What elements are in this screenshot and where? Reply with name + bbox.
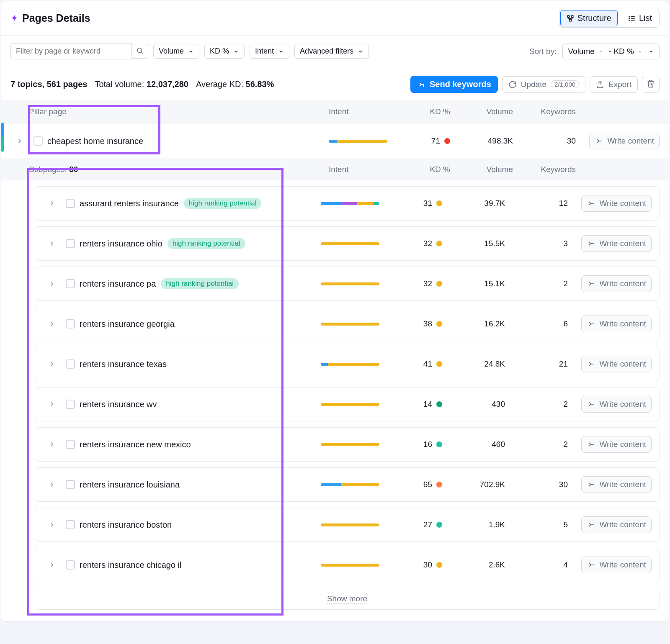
chevron-right-icon[interactable] [48,561,56,569]
arrow-forward-icon [587,400,595,408]
subpage-card: assurant renters insurance high ranking … [35,186,660,221]
col-kd: KD % [396,165,450,174]
row-checkbox[interactable] [66,480,75,489]
chevron-right-icon[interactable] [16,137,23,145]
chevron-right-icon[interactable] [48,441,56,448]
row-checkbox[interactable] [66,400,75,409]
volume-cell: 24.8K [442,359,505,369]
write-content-button[interactable]: Write content [581,195,652,212]
write-content-button[interactable]: Write content [581,436,652,453]
arrow-forward-icon [417,80,425,89]
table-row: renters insurance new mexico 16 460 2 Wr… [35,428,659,461]
show-more-label: Show more [327,594,367,603]
col-keywords: Keywords [513,107,576,116]
volume-filter-label: Volume [159,47,184,56]
structure-view-button[interactable]: Structure [560,10,618,26]
chevron-right-icon[interactable] [48,200,56,207]
pillar-title[interactable]: cheapest home insurance [47,136,329,146]
row-checkbox[interactable] [66,440,75,449]
write-content-label: Write content [599,319,646,328]
write-content-button[interactable]: Write content [581,476,652,493]
trash-icon [647,80,655,88]
write-content-button[interactable]: Write content [581,235,652,252]
chevron-right-icon[interactable] [48,280,56,287]
row-checkbox[interactable] [66,520,75,529]
kd-dot [436,281,442,287]
kd-dot [444,138,450,144]
write-content-button[interactable]: Write content [581,356,652,372]
keywords-cell: 2 [505,279,568,288]
intent-filter[interactable]: Intent [250,44,289,59]
subpage-title[interactable]: renters insurance ohio high ranking pote… [80,238,321,249]
kd-dot [436,401,442,407]
row-checkbox[interactable] [66,199,75,208]
send-keywords-label: Send keywords [430,80,491,89]
subpage-title[interactable]: assurant renters insurance high ranking … [80,198,321,209]
subpage-title[interactable]: renters insurance new mexico [80,440,321,449]
write-content-label: Write content [599,440,646,449]
column-header-row: Pillar page Intent KD % Volume Keywords [1,100,669,123]
subpage-card: renters insurance ohio high ranking pote… [35,226,660,261]
subpage-card: renters insurance texas 41 24.8K 21 Writ… [35,347,660,381]
svg-point-3 [629,16,630,17]
subpage-title[interactable]: renters insurance louisiana [80,480,321,490]
chevron-down-icon [358,49,363,54]
volume-cell: 1.9K [442,520,505,529]
chevron-right-icon[interactable] [48,521,56,529]
keywords-cell: 5 [505,520,568,529]
table-row: assurant renters insurance high ranking … [35,187,659,220]
write-content-button[interactable]: Write content [581,316,652,332]
arrow-forward-icon [587,280,595,288]
volume-filter[interactable]: Volume [153,44,199,59]
chevron-right-icon[interactable] [48,240,56,247]
chevron-right-icon[interactable] [48,481,56,488]
list-view-button[interactable]: List [622,10,658,26]
subpage-title[interactable]: renters insurance chicago il [80,560,321,570]
write-content-button[interactable]: Write content [589,133,660,149]
update-button[interactable]: Update 2/1,000 [502,76,585,93]
chevron-right-icon[interactable] [48,320,56,328]
write-content-label: Write content [599,279,646,288]
table-row: renters insurance chicago il 30 2.6K 4 W… [35,548,659,582]
subpage-title[interactable]: renters insurance texas [80,359,321,369]
write-content-button[interactable]: Write content [581,516,652,533]
kd-value: 14 [423,400,432,409]
row-checkbox[interactable] [66,560,75,570]
title-wrap: ✦ Pages Details [10,12,90,24]
arrow-forward-icon [587,521,595,529]
search-input[interactable] [10,43,132,59]
sort-select[interactable]: Volume - KD % [562,44,660,59]
volume-cell: 16.2K [442,319,505,328]
arrow-forward-icon [587,440,595,449]
row-checkbox[interactable] [34,136,43,146]
write-content-label: Write content [599,199,646,208]
subpage-title[interactable]: renters insurance georgia [80,319,321,329]
send-keywords-button[interactable]: Send keywords [410,76,498,93]
chevron-right-icon[interactable] [48,360,56,368]
kd-filter[interactable]: KD % [204,44,245,59]
svg-point-5 [629,20,630,21]
row-checkbox[interactable] [66,359,75,369]
pages-details-panel: ✦ Pages Details Structure List Volu [1,1,669,622]
subpage-title[interactable]: renters insurance boston [80,520,321,530]
kd-cell: 31 [388,199,442,208]
row-checkbox[interactable] [66,239,75,248]
subpage-title[interactable]: renters insurance wv [80,400,321,409]
show-more-button[interactable]: Show more [35,588,660,610]
subpage-title[interactable]: renters insurance pa high ranking potent… [80,278,321,289]
advanced-filter[interactable]: Advanced filters [294,44,369,59]
row-checkbox[interactable] [66,279,75,288]
intent-cell [321,564,388,567]
write-content-button[interactable]: Write content [581,557,652,573]
write-content-button[interactable]: Write content [581,396,652,413]
write-content-label: Write content [599,400,646,409]
row-checkbox[interactable] [66,319,75,328]
chevron-right-icon[interactable] [48,400,56,408]
svg-line-10 [141,52,142,53]
export-button[interactable]: Export [590,76,638,93]
write-content-button[interactable]: Write content [581,275,652,292]
search-button[interactable] [132,44,148,59]
arrow-forward-icon [587,360,595,368]
subpage-card: renters insurance wv 14 430 2 Write cont… [35,387,660,421]
delete-button[interactable] [642,76,660,93]
